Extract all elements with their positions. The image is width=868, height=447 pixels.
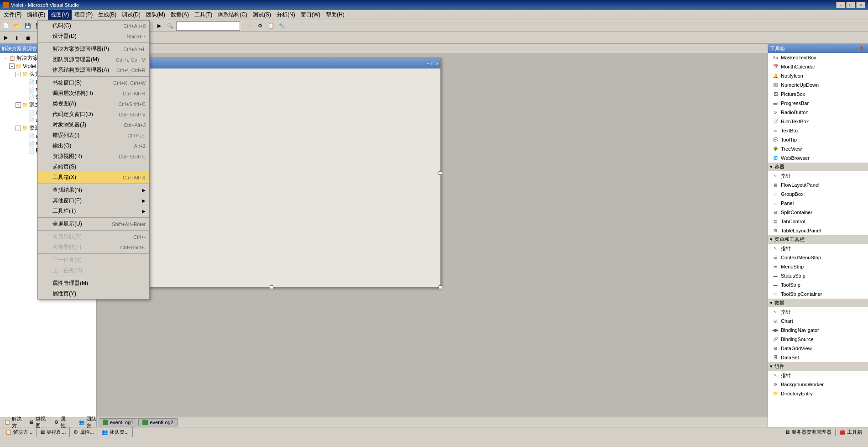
menu-item-test[interactable]: 测试(S)	[250, 10, 274, 20]
toolbox-item[interactable]: ▭ToolStripContainer	[768, 289, 868, 299]
tb-search-input[interactable]	[176, 21, 240, 31]
toolbox-item[interactable]: 🌐WebBrowser	[768, 153, 868, 163]
toolbox-item[interactable]: 💬ToolTip	[768, 135, 868, 144]
dropdown-item-solution-explorer[interactable]: 解决方案资源管理器(P)Ctrl+Alt+L	[38, 44, 149, 54]
toolbox-item[interactable]: ↖指针	[768, 171, 868, 180]
toolbox-item[interactable]: ⊙RadioButton	[768, 108, 868, 117]
toolbox-item[interactable]: ▭GroupBox	[768, 189, 868, 199]
tb2-btn1[interactable]: ▶	[1, 33, 11, 42]
toolbox-section-containers[interactable]: ▾容器	[768, 163, 868, 171]
toolbox-item[interactable]: ⊞DataGridView	[768, 344, 868, 353]
menu-item-debug[interactable]: 调试(D)	[119, 10, 143, 20]
status-section[interactable]: 🏛 类视图...	[37, 427, 70, 437]
toolbox-item[interactable]: 📝RichTextBox	[768, 117, 868, 126]
dropdown-item-class-view[interactable]: 类视图(A)Ctrl+Shift+C	[38, 99, 149, 109]
status-right-item[interactable]: 🖥 服务器资源管理器	[781, 429, 836, 436]
dropdown-item-object-browser[interactable]: 对象浏览器(J)Ctrl+Alt+J	[38, 120, 149, 130]
form-min-btn[interactable]: −	[427, 61, 429, 66]
toolbox-item[interactable]: ▬ToolStrip	[768, 280, 868, 289]
tb-extra-btn1[interactable]: ⚡	[244, 21, 254, 31]
toolbox-item[interactable]: ↖指针	[768, 371, 868, 380]
status-section[interactable]: ⚙ 属性...	[70, 427, 98, 437]
toolbox-item[interactable]: ▬StatusStrip	[768, 271, 868, 280]
toolbox-item[interactable]: 📊Chart	[768, 316, 868, 326]
toolbox-item[interactable]: 🗄DataSet	[768, 353, 868, 362]
toolbox-item[interactable]: ▭Panel	[768, 199, 868, 208]
toolbox-item[interactable]: ⚙BackgroundWorker	[768, 380, 868, 389]
restore-button[interactable]: □	[846, 2, 855, 8]
tb2-btn2[interactable]: ⏸	[12, 33, 22, 42]
dropdown-item-code-def[interactable]: 代码定义窗口(D)Ctrl+Shift+V	[38, 109, 149, 120]
tree-expand-sourcefiles[interactable]: −	[16, 102, 21, 108]
tree-expand-resources[interactable]: −	[16, 126, 21, 131]
menu-item-project[interactable]: 项目(P)	[72, 10, 95, 20]
form-max-btn[interactable]: □	[431, 61, 434, 66]
tree-expand-solution[interactable]: −	[3, 56, 8, 61]
status-section[interactable]: 👥 团队资...	[98, 427, 133, 437]
toolbox-item[interactable]: ↖指针	[768, 244, 868, 253]
dropdown-item-other-windows[interactable]: 其他窗口(E)▶	[38, 195, 149, 206]
toolbox-item[interactable]: ▬ProgressBar	[768, 99, 868, 108]
toolbox-item[interactable]: ▭TextBox	[768, 126, 868, 135]
menu-item-window[interactable]: 窗口(W)	[298, 10, 323, 20]
eventlog-tab[interactable]: eventLog1	[99, 418, 137, 426]
dropdown-item-toolbar[interactable]: 工具栏(T)▶	[38, 206, 149, 216]
tree-expand-headers[interactable]: −	[16, 72, 21, 77]
toolbox-item[interactable]: 🌳TreeView	[768, 144, 868, 153]
dropdown-item-resource-view[interactable]: 资源视图(R)Ctrl+Shift+E	[38, 151, 149, 162]
toolbox-item[interactable]: ☰MenuStrip	[768, 262, 868, 271]
resize-handle-br[interactable]	[439, 285, 442, 289]
eventlog-tab[interactable]: eventLog2	[138, 418, 177, 426]
dropdown-item-start-page[interactable]: 起始页(S)	[38, 162, 149, 172]
dropdown-item-bookmarks[interactable]: 书签窗口(B)Ctrl+K, Ctrl+W	[38, 78, 149, 88]
tb-open-btn[interactable]: 📂	[12, 21, 22, 31]
close-button[interactable]: ×	[856, 2, 865, 8]
form-close-btn[interactable]: ×	[436, 61, 439, 66]
toolbox-item[interactable]: 🔔NotifyIcon	[768, 71, 868, 80]
toolbox-item[interactable]: 🖼PictureBox	[768, 89, 868, 99]
menu-item-view[interactable]: 视图(V)	[48, 10, 72, 20]
toolbox-item[interactable]: ⊞TableLayoutPanel	[768, 226, 868, 235]
tb2-btn3[interactable]: ⏹	[23, 33, 33, 42]
menu-item-help[interactable]: 帮助(H)	[323, 10, 347, 20]
tb-build-btn[interactable]: ▶	[154, 21, 164, 31]
toolbox-section-data[interactable]: ▾数据	[768, 299, 868, 307]
tb-save-btn[interactable]: 💾	[23, 21, 33, 31]
toolbox-item[interactable]: AaMaskedTextBox	[768, 53, 868, 62]
menu-item-data[interactable]: 数据(A)	[168, 10, 192, 20]
dropdown-item-fullscreen[interactable]: 全屏显示(U)Shift+Alt+Enter	[38, 219, 149, 229]
toolbox-item[interactable]: ◀▶BindingNavigator	[768, 326, 868, 335]
toolbox-item[interactable]: 🔗BindingSource	[768, 335, 868, 344]
dropdown-item-code[interactable]: 代码(C)Ctrl+Alt+0	[38, 21, 149, 31]
toolbox-item[interactable]: 📁DirectoryEntry	[768, 389, 868, 398]
menu-item-build[interactable]: 生成(B)	[95, 10, 119, 20]
toolbox-pin-icon[interactable]: 📌	[856, 45, 866, 52]
menu-item-file[interactable]: 文件(F)	[1, 10, 24, 20]
toolbox-section-menus[interactable]: ▾菜单和工具栏	[768, 235, 868, 244]
dropdown-item-call-hierarchy[interactable]: 调用层次结构(H)Ctrl+Alt+K	[38, 88, 149, 99]
dropdown-item-find-results[interactable]: 查找结果(N)▶	[38, 185, 149, 195]
tb-new-btn[interactable]: 📄	[1, 21, 11, 31]
dropdown-item-error-list[interactable]: 错误列表(I)Ctrl+\, E	[38, 130, 149, 141]
menu-item-architecture[interactable]: 体系结构(C)	[215, 10, 250, 20]
dropdown-item-team-explorer[interactable]: 团队资源管理器(M)Ctrl+\, Ctrl+M	[38, 54, 149, 65]
tb-extra-btn2[interactable]: ⚙	[255, 21, 265, 31]
minimize-button[interactable]: −	[836, 2, 845, 8]
toolbox-item[interactable]: 🔢NumericUpDown	[768, 80, 868, 89]
tb-search-btn[interactable]: 🔍	[165, 21, 175, 31]
tree-expand-violet[interactable]: −	[9, 63, 15, 69]
dropdown-item-props-manager[interactable]: 属性管理器(M)	[38, 278, 149, 289]
menu-item-analyze[interactable]: 分析(N)	[274, 10, 298, 20]
status-right-item[interactable]: 🧰 工具箱	[836, 429, 866, 436]
menu-item-edit[interactable]: 编辑(E)	[24, 10, 48, 20]
status-section[interactable]: 📋 解决方...	[2, 427, 37, 437]
menu-item-team[interactable]: 团队(M)	[143, 10, 168, 20]
toolbox-item[interactable]: ☰ContextMenuStrip	[768, 253, 868, 262]
toolbox-item[interactable]: ▤TabControl	[768, 217, 868, 226]
menu-item-tools[interactable]: 工具(T)	[192, 10, 215, 20]
resize-handle-right[interactable]	[439, 171, 442, 175]
dropdown-item-designer[interactable]: 设计器(D)Shift+F7	[38, 31, 149, 42]
tb-extra-btn3[interactable]: 📋	[266, 21, 276, 31]
dropdown-item-output[interactable]: 输出(O)Alt+2	[38, 141, 149, 151]
toolbox-item[interactable]: ▦FlowLayoutPanel	[768, 180, 868, 189]
